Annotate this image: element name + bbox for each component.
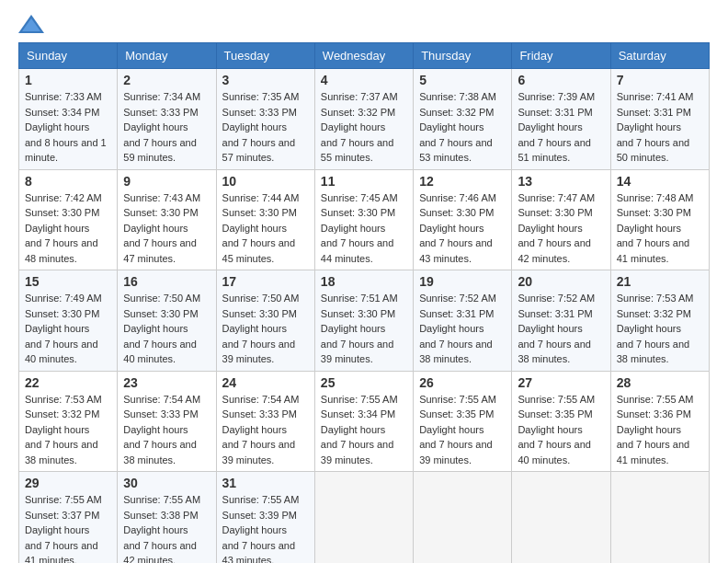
day-info: Sunrise: 7:48 AM Sunset: 3:30 PM Dayligh… [617,190,703,267]
daylight-value: and 7 hours and 39 minutes. [222,439,296,465]
sunset-label: Sunset: 3:30 PM [25,207,99,218]
day-number: 21 [617,274,703,289]
sunrise-label: Sunrise: 7:34 AM [123,91,200,102]
daylight-label: Daylight hours [419,223,483,234]
sunrise-label: Sunrise: 7:33 AM [25,91,102,102]
daylight-label: Daylight hours [617,424,681,435]
daylight-value: and 7 hours and 41 minutes. [617,439,690,465]
calendar-cell: 5 Sunrise: 7:38 AM Sunset: 3:32 PM Dayli… [414,69,512,170]
daylight-value: and 7 hours and 39 minutes. [321,439,394,465]
day-number: 30 [123,476,210,490]
sunset-label: Sunset: 3:30 PM [518,207,592,218]
day-number: 22 [25,375,111,390]
daylight-value: and 8 hours and 1 minute. [25,137,107,164]
calendar-table: SundayMondayTuesdayWednesdayThursdayFrid… [18,42,710,563]
calendar-cell: 1 Sunrise: 7:33 AM Sunset: 3:34 PM Dayli… [19,69,118,170]
daylight-value: and 7 hours and 55 minutes. [321,137,394,164]
calendar-cell: 3 Sunrise: 7:35 AM Sunset: 3:33 PM Dayli… [216,69,314,170]
sunrise-label: Sunrise: 7:50 AM [123,293,200,304]
day-info: Sunrise: 7:55 AM Sunset: 3:39 PM Dayligh… [222,492,309,563]
day-number: 5 [419,73,506,87]
daylight-label: Daylight hours [321,323,385,334]
sunrise-label: Sunrise: 7:55 AM [617,394,694,405]
daylight-label: Daylight hours [222,223,287,234]
sunrise-label: Sunrise: 7:38 AM [419,91,496,102]
day-number: 10 [222,174,309,189]
weekday-header-row: SundayMondayTuesdayWednesdayThursdayFrid… [19,43,710,69]
day-info: Sunrise: 7:42 AM Sunset: 3:30 PM Dayligh… [25,190,111,267]
daylight-value: and 7 hours and 43 minutes. [419,237,493,264]
day-info: Sunrise: 7:52 AM Sunset: 3:31 PM Dayligh… [419,291,506,367]
calendar-cell [314,472,413,564]
day-number: 4 [321,73,407,87]
daylight-value: and 7 hours and 47 minutes. [123,237,197,264]
daylight-value: and 7 hours and 50 minutes. [617,137,690,164]
day-number: 25 [321,375,407,390]
calendar-cell: 16 Sunrise: 7:50 AM Sunset: 3:30 PM Dayl… [118,270,216,372]
calendar-cell: 22 Sunrise: 7:53 AM Sunset: 3:32 PM Dayl… [19,371,118,472]
calendar-cell: 29 Sunrise: 7:55 AM Sunset: 3:37 PM Dayl… [19,472,118,564]
calendar-cell: 24 Sunrise: 7:54 AM Sunset: 3:33 PM Dayl… [216,371,314,472]
day-info: Sunrise: 7:52 AM Sunset: 3:31 PM Dayligh… [518,291,604,367]
daylight-value: and 7 hours and 45 minutes. [222,237,296,264]
daylight-label: Daylight hours [25,223,89,234]
weekday-header-monday: Monday [118,43,216,69]
daylight-value: and 7 hours and 38 minutes. [617,339,690,365]
daylight-label: Daylight hours [222,121,287,132]
logo-icon [18,15,44,33]
sunrise-label: Sunrise: 7:55 AM [222,494,300,505]
day-info: Sunrise: 7:43 AM Sunset: 3:30 PM Dayligh… [123,190,210,267]
day-info: Sunrise: 7:35 AM Sunset: 3:33 PM Dayligh… [222,89,309,166]
daylight-value: and 7 hours and 53 minutes. [419,137,493,164]
daylight-label: Daylight hours [25,323,89,334]
sunrise-label: Sunrise: 7:46 AM [419,192,496,203]
sunset-label: Sunset: 3:31 PM [617,107,691,118]
day-number: 19 [419,274,506,289]
daylight-value: and 7 hours and 43 minutes. [222,540,296,564]
sunrise-label: Sunrise: 7:52 AM [419,293,496,304]
sunset-label: Sunset: 3:30 PM [321,207,395,218]
day-number: 8 [25,174,111,189]
daylight-label: Daylight hours [518,223,582,234]
sunset-label: Sunset: 3:32 PM [25,408,99,419]
sunrise-label: Sunrise: 7:39 AM [518,91,595,102]
daylight-label: Daylight hours [617,121,681,132]
daylight-label: Daylight hours [123,524,188,535]
day-info: Sunrise: 7:53 AM Sunset: 3:32 PM Dayligh… [617,291,703,367]
daylight-value: and 7 hours and 39 minutes. [222,339,296,365]
daylight-label: Daylight hours [419,424,483,435]
day-number: 27 [518,375,604,390]
day-info: Sunrise: 7:45 AM Sunset: 3:30 PM Dayligh… [321,190,407,267]
daylight-label: Daylight hours [321,121,385,132]
sunset-label: Sunset: 3:30 PM [123,308,198,319]
week-row-5: 29 Sunrise: 7:55 AM Sunset: 3:37 PM Dayl… [19,472,710,564]
sunset-label: Sunset: 3:32 PM [617,308,691,319]
day-number: 15 [25,274,111,289]
daylight-value: and 7 hours and 38 minutes. [419,339,493,365]
sunset-label: Sunset: 3:35 PM [419,408,494,419]
day-info: Sunrise: 7:55 AM Sunset: 3:37 PM Dayligh… [25,492,111,563]
sunrise-label: Sunrise: 7:55 AM [123,494,200,505]
sunset-label: Sunset: 3:33 PM [222,107,297,118]
daylight-value: and 7 hours and 42 minutes. [518,237,591,264]
sunrise-label: Sunrise: 7:47 AM [518,192,595,203]
calendar-cell: 14 Sunrise: 7:48 AM Sunset: 3:30 PM Dayl… [610,169,709,270]
day-info: Sunrise: 7:55 AM Sunset: 3:36 PM Dayligh… [617,392,703,468]
day-number: 14 [617,174,703,189]
daylight-value: and 7 hours and 57 minutes. [222,137,296,164]
sunset-label: Sunset: 3:37 PM [25,510,99,521]
sunset-label: Sunset: 3:30 PM [25,308,99,319]
sunset-label: Sunset: 3:31 PM [518,107,592,118]
sunset-label: Sunset: 3:30 PM [222,308,297,319]
week-row-4: 22 Sunrise: 7:53 AM Sunset: 3:32 PM Dayl… [19,371,710,472]
daylight-value: and 7 hours and 40 minutes. [25,339,98,365]
calendar-cell: 13 Sunrise: 7:47 AM Sunset: 3:30 PM Dayl… [512,169,610,270]
header [18,15,710,33]
day-number: 1 [25,73,111,87]
weekday-header-thursday: Thursday [414,43,512,69]
daylight-label: Daylight hours [419,121,483,132]
calendar-cell: 17 Sunrise: 7:50 AM Sunset: 3:30 PM Dayl… [216,270,314,372]
daylight-value: and 7 hours and 40 minutes. [518,439,591,465]
daylight-label: Daylight hours [617,223,681,234]
daylight-value: and 7 hours and 40 minutes. [123,339,197,365]
